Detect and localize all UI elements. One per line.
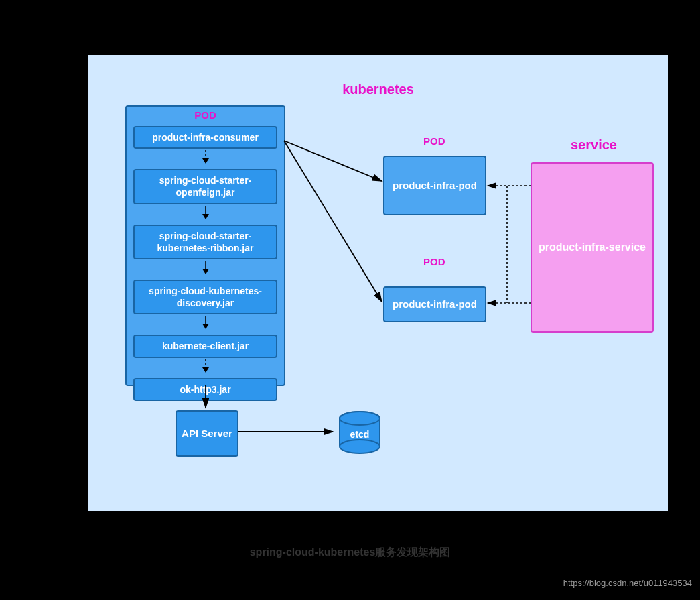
etcd-cylinder: etcd: [336, 410, 383, 460]
svg-marker-9: [202, 367, 209, 373]
api-server-box: API Server: [176, 410, 238, 457]
openfeign-box: spring-cloud-starter-openfeign.jar: [133, 169, 277, 204]
product-infra-pod-2: product-infra-pod: [383, 286, 486, 322]
watermark: https://blog.csdn.net/u011943534: [563, 578, 692, 588]
svg-line-17: [284, 141, 382, 302]
svg-point-15: [340, 412, 380, 425]
discovery-box: spring-cloud-kubernetes-discovery.jar: [133, 280, 277, 314]
pod-container-main: POD product-infra-consumer spring-cloud-…: [125, 105, 285, 386]
service-box: product-infra-service: [531, 162, 654, 333]
diagram-caption: spring-cloud-kubernetes服务发现架构图: [250, 546, 451, 560]
svg-point-10: [340, 412, 380, 425]
ribbon-box: spring-cloud-starter-kubernetes-ribbon.j…: [133, 225, 277, 259]
okhttp-box: ok-http3.jar: [133, 378, 277, 401]
product-infra-pod-1: product-infra-pod: [383, 156, 486, 215]
svg-marker-5: [202, 269, 209, 274]
arrow-icon: [127, 150, 284, 164]
service-label: service: [571, 137, 617, 153]
pod-label-2: POD: [423, 256, 445, 267]
svg-marker-3: [202, 214, 209, 219]
arrow-icon: [127, 206, 284, 219]
arrow-icon: [127, 316, 284, 329]
svg-line-16: [284, 141, 382, 181]
arrow-icon: [127, 359, 284, 373]
pod-container-label: POD: [127, 109, 284, 121]
svg-marker-1: [202, 158, 209, 164]
kubernetes-title: kubernetes: [342, 82, 414, 97]
svg-marker-7: [202, 324, 209, 329]
consumer-box: product-infra-consumer: [133, 126, 277, 149]
etcd-label: etcd: [336, 429, 383, 440]
arrow-icon: [127, 261, 284, 274]
pod-label-1: POD: [423, 135, 445, 147]
client-box: kubernete-client.jar: [133, 335, 277, 357]
kubernetes-container: kubernetes POD product-infra-consumer sp…: [87, 54, 669, 512]
svg-point-14: [340, 440, 380, 453]
